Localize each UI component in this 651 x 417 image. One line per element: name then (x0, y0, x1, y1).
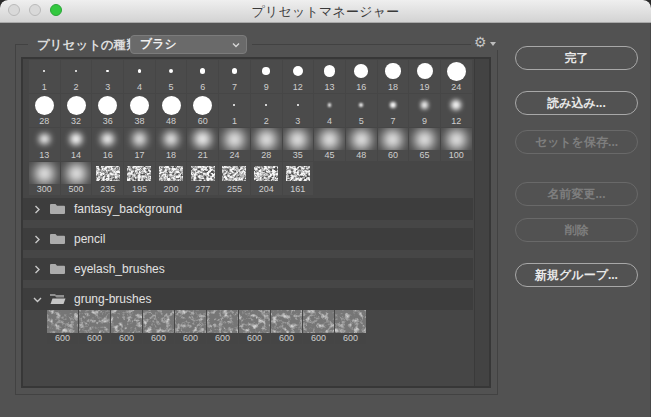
brush-item[interactable]: 19 (409, 60, 440, 93)
brush-item[interactable]: 65 (409, 128, 440, 161)
preset-menu-button[interactable]: ⚙ (474, 33, 498, 51)
folder-row-pencil[interactable]: pencil (23, 228, 473, 250)
brush-item[interactable]: 38 (124, 94, 155, 127)
brush-size-label: 7 (378, 116, 409, 127)
brush-item[interactable]: 16 (346, 60, 377, 93)
brush-item[interactable]: 60 (187, 94, 218, 127)
brush-item[interactable]: 4 (124, 60, 155, 93)
brush-item[interactable]: 600 (207, 310, 238, 344)
texture-noise (143, 310, 174, 333)
brush-size-label: 13 (29, 150, 60, 161)
brush-item[interactable]: 12 (441, 94, 472, 127)
brush-item[interactable]: 7 (219, 60, 250, 93)
brush-item[interactable]: 5 (346, 94, 377, 127)
brush-item[interactable]: 28 (29, 94, 60, 127)
brush-item[interactable]: 14 (61, 128, 92, 161)
brush-item[interactable]: 21 (187, 128, 218, 161)
brush-item[interactable]: 235 (92, 162, 123, 195)
brush-item[interactable]: 600 (143, 310, 174, 344)
brush-item[interactable]: 9 (409, 94, 440, 127)
brush-item[interactable]: 60 (378, 128, 409, 161)
brush-size-label: 100 (441, 150, 472, 161)
preset-type-dropdown[interactable]: ブラシ (130, 35, 247, 54)
brush-item[interactable]: 500 (61, 162, 92, 195)
load-button[interactable]: 読み込み... (515, 91, 638, 115)
brush-item[interactable]: 200 (156, 162, 187, 195)
brush-item[interactable]: 195 (124, 162, 155, 195)
brush-item[interactable]: 1 (219, 94, 250, 127)
folder-row-grung-brushes[interactable]: grung-brushes (23, 288, 473, 310)
brush-item[interactable]: 36 (92, 94, 123, 127)
soft-brush-preview (219, 94, 250, 116)
soft-brush-preview (251, 94, 282, 116)
brush-item[interactable]: 13 (29, 128, 60, 161)
done-button[interactable]: 完了 (515, 46, 638, 70)
new-group-button[interactable]: 新規グループ... (515, 263, 638, 287)
brush-size-label: 3 (92, 82, 123, 93)
brush-item[interactable]: 6 (187, 60, 218, 93)
brush-item[interactable]: 28 (251, 128, 282, 161)
brush-item[interactable]: 5 (156, 60, 187, 93)
brush-item[interactable]: 600 (239, 310, 270, 344)
chevron-right-icon[interactable] (33, 205, 42, 214)
soft-brush-preview (409, 94, 440, 116)
brush-item[interactable]: 24 (219, 128, 250, 161)
brush-item[interactable]: 7 (378, 94, 409, 127)
brush-item[interactable]: 18 (156, 128, 187, 161)
brush-item[interactable]: 12 (283, 60, 314, 93)
brush-item[interactable]: 600 (47, 310, 78, 344)
brush-item[interactable]: 9 (251, 60, 282, 93)
texture-noise (303, 310, 334, 333)
brush-item[interactable]: 24 (441, 60, 472, 93)
brush-item[interactable]: 600 (335, 310, 366, 344)
brush-item[interactable]: 100 (441, 128, 472, 161)
folder-row-fantasy_background[interactable]: fantasy_background (23, 198, 473, 220)
vertical-scrollbar[interactable] (474, 59, 489, 386)
brush-item[interactable]: 17 (124, 128, 155, 161)
brush-item[interactable]: 600 (79, 310, 110, 344)
chevron-right-icon[interactable] (33, 265, 42, 274)
folder-name: pencil (74, 232, 105, 246)
chevron-right-icon[interactable] (33, 235, 42, 244)
brush-item[interactable]: 600 (271, 310, 302, 344)
brush-item[interactable]: 600 (111, 310, 142, 344)
brush-item[interactable]: 300 (29, 162, 60, 195)
rename-button[interactable]: 名前変更... (515, 182, 638, 206)
brush-item[interactable]: 35 (283, 128, 314, 161)
brush-item[interactable]: 18 (378, 60, 409, 93)
hard-brush-preview (441, 60, 472, 82)
brush-item[interactable]: 4 (314, 94, 345, 127)
brush-item[interactable]: 255 (219, 162, 250, 195)
brush-item[interactable]: 600 (303, 310, 334, 344)
brush-item[interactable]: 277 (187, 162, 218, 195)
brush-item[interactable]: 48 (156, 94, 187, 127)
hard-brush-preview (156, 94, 187, 116)
brush-item[interactable]: 600 (175, 310, 206, 344)
hard-brush-preview (409, 60, 440, 82)
soft-brush-preview (61, 162, 92, 184)
texture-brush-preview (79, 310, 110, 333)
chevron-down-icon[interactable] (33, 295, 42, 304)
delete-button[interactable]: 削除 (515, 218, 638, 242)
brush-item[interactable]: 2 (61, 60, 92, 93)
brush-item[interactable]: 32 (61, 94, 92, 127)
save-set-button[interactable]: セットを保存... (515, 130, 638, 154)
texture-brush-preview (283, 162, 314, 184)
soft-brush-preview (124, 128, 155, 150)
brush-item[interactable]: 1 (29, 60, 60, 93)
hard-brush-preview (283, 60, 314, 82)
soft-brush-preview (441, 128, 472, 150)
brush-item[interactable]: 48 (346, 128, 377, 161)
brush-item[interactable]: 2 (251, 94, 282, 127)
brush-item[interactable]: 13 (314, 60, 345, 93)
brush-item[interactable]: 16 (92, 128, 123, 161)
chevron-down-icon (232, 42, 240, 48)
texture-brush-preview (219, 162, 250, 184)
brush-item[interactable]: 161 (283, 162, 314, 195)
brush-item[interactable]: 3 (92, 60, 123, 93)
brush-item[interactable]: 3 (283, 94, 314, 127)
folder-row-eyelash_brushes[interactable]: eyelash_brushes (23, 258, 473, 280)
brush-item[interactable]: 45 (314, 128, 345, 161)
window-titlebar[interactable]: プリセットマネージャー (0, 0, 651, 23)
brush-item[interactable]: 204 (251, 162, 282, 195)
